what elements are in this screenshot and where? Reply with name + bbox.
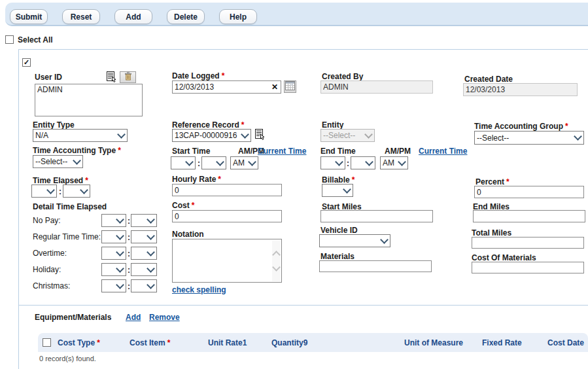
equipment-select-all-checkbox[interactable]: [43, 338, 51, 347]
equipment-add-link[interactable]: Add: [126, 313, 141, 322]
christmas-label: Christmas:: [33, 281, 70, 290]
billable-label: Billable*: [322, 175, 355, 184]
start-hour-select[interactable]: [171, 156, 196, 169]
chevron-down-icon[interactable]: [272, 263, 281, 272]
time-elapsed-hour-select[interactable]: [31, 184, 57, 198]
submit-button[interactable]: Submit: [10, 9, 48, 24]
end-current-time-link[interactable]: Current Time: [419, 147, 467, 156]
holiday-label: Holiday:: [33, 265, 61, 274]
start-ampm-select[interactable]: AM: [230, 156, 258, 169]
delete-user-button[interactable]: [120, 71, 136, 83]
calendar-icon: [285, 81, 295, 93]
required-marker: *: [352, 175, 355, 184]
materials-input[interactable]: [319, 260, 432, 272]
christmas-minute-select[interactable]: [131, 279, 157, 292]
help-button[interactable]: Help: [219, 9, 257, 24]
end-minute-select[interactable]: [351, 156, 375, 169]
equipment-remove-link[interactable]: Remove: [149, 313, 180, 322]
reference-record-select[interactable]: 13CAP-00000916: [172, 129, 251, 142]
no-pay-hour-select[interactable]: [101, 214, 126, 227]
user-lookup-icon[interactable]: [107, 71, 116, 85]
start-current-time-link[interactable]: Current Time: [258, 147, 306, 156]
end-miles-input[interactable]: [473, 210, 585, 222]
end-ampm-select[interactable]: AM: [380, 156, 408, 169]
no-pay-minute-select[interactable]: [131, 214, 157, 227]
end-hour-select[interactable]: [320, 156, 345, 169]
start-time-label: Start Time: [172, 147, 210, 156]
add-button[interactable]: Add: [114, 9, 152, 24]
column-fixed-rate: Fixed Rate: [482, 338, 522, 347]
regular-time-hour-select[interactable]: [101, 230, 126, 243]
chevron-down-icon: [335, 158, 343, 166]
record-count-text: 0 record(s) found.: [39, 355, 96, 362]
billable-select[interactable]: [322, 184, 353, 197]
required-marker: *: [118, 146, 121, 155]
trash-icon: [124, 71, 132, 83]
chevron-down-icon: [116, 264, 124, 273]
check-spelling-link[interactable]: check spelling: [172, 285, 226, 294]
start-minute-select[interactable]: [201, 156, 226, 169]
time-separator: :: [128, 217, 130, 226]
chevron-down-icon: [343, 185, 351, 194]
created-date-input: [463, 83, 578, 96]
date-logged-input[interactable]: 12/03/2013 ✕: [172, 80, 281, 94]
chevron-down-icon: [116, 248, 124, 256]
reset-button[interactable]: Reset: [62, 9, 100, 24]
chevron-down-icon: [147, 215, 155, 224]
no-pay-label: No Pay:: [33, 216, 61, 225]
notation-scrollbar[interactable]: [272, 240, 281, 281]
chevron-down-icon: [380, 236, 389, 244]
check-icon: ✓: [24, 58, 29, 66]
user-id-textarea[interactable]: ADMIN: [35, 84, 143, 116]
time-separator: :: [198, 159, 200, 168]
holiday-minute-select[interactable]: [131, 263, 157, 276]
entity-type-select[interactable]: N/A: [33, 129, 128, 142]
time-accounting-type-select[interactable]: --Select--: [33, 155, 83, 168]
calendar-picker-button[interactable]: [284, 80, 296, 93]
notation-textarea[interactable]: [172, 239, 282, 283]
detail-time-elapsed-label: Detail Time Elapsed: [33, 202, 107, 211]
required-marker: *: [167, 338, 171, 347]
toolbar: Submit Reset Add Delete Help: [5, 3, 588, 26]
time-separator: :: [128, 266, 130, 275]
hourly-rate-input[interactable]: [172, 184, 282, 196]
start-miles-input[interactable]: [320, 210, 433, 222]
entity-select: --Select--: [320, 129, 375, 142]
overtime-label: Overtime:: [33, 249, 67, 258]
percent-input[interactable]: [474, 186, 584, 198]
vehicle-id-label: Vehicle ID: [320, 226, 358, 235]
overtime-minute-select[interactable]: [131, 247, 157, 260]
delete-button[interactable]: Delete: [167, 9, 205, 24]
cost-of-materials-input[interactable]: [472, 262, 584, 273]
chevron-down-icon: [147, 232, 155, 240]
reference-lookup-icon[interactable]: [255, 129, 265, 143]
cost-of-materials-label: Cost Of Materials: [472, 253, 536, 262]
chevron-up-icon[interactable]: [272, 251, 281, 259]
cost-input[interactable]: [172, 210, 282, 222]
column-cost-date: Cost Date: [547, 338, 584, 347]
select-all-checkbox[interactable]: [5, 35, 14, 44]
total-miles-input[interactable]: [472, 237, 584, 249]
chevron-down-icon: [46, 186, 55, 194]
clear-date-icon[interactable]: ✕: [271, 82, 279, 92]
holiday-hour-select[interactable]: [101, 263, 126, 276]
materials-label: Materials: [320, 252, 355, 261]
time-accounting-group-select[interactable]: --Select--: [474, 131, 584, 145]
regular-time-minute-select[interactable]: [131, 230, 157, 243]
time-separator: :: [128, 282, 130, 291]
chevron-down-icon: [185, 158, 194, 166]
hourly-rate-label: Hourly Rate*: [172, 175, 221, 184]
chevron-down-icon: [116, 232, 124, 240]
percent-label: Percent*: [476, 177, 510, 186]
total-miles-label: Total Miles: [472, 228, 511, 237]
chevron-down-icon: [147, 248, 155, 256]
column-unit-rate1: Unit Rate1: [208, 338, 247, 347]
overtime-hour-select[interactable]: [101, 247, 126, 260]
christmas-hour-select[interactable]: [101, 279, 126, 292]
time-separator: :: [128, 233, 130, 242]
time-elapsed-minute-select[interactable]: [63, 184, 90, 198]
end-ampm-label: AM/PM: [385, 147, 411, 156]
vehicle-id-select[interactable]: [319, 234, 390, 247]
time-separator: :: [128, 249, 130, 258]
record-checkbox[interactable]: ✓: [22, 58, 31, 67]
